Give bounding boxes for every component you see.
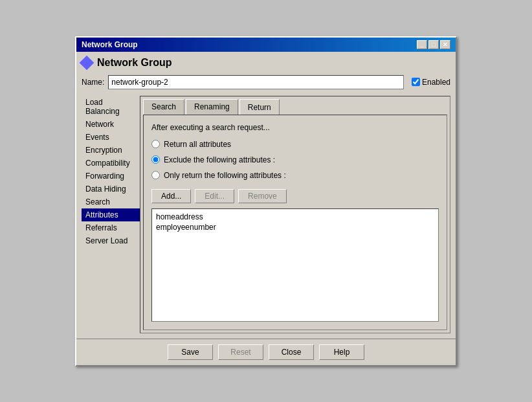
content-area: Search Renaming Return After executing a… [140, 96, 450, 333]
radio-group: Return all attributes Exclude the follow… [151, 140, 439, 180]
main-content: Load Balancing Network Events Encryption… [82, 96, 450, 333]
remove-button[interactable]: Remove [238, 189, 287, 203]
tab-content: After executing a search request... Retu… [143, 115, 447, 330]
radio-exclude-input[interactable] [151, 155, 160, 164]
sidebar-item-encryption[interactable]: Encryption [82, 144, 140, 157]
sidebar-item-search[interactable]: Search [82, 195, 140, 208]
title-bar: Network Group _ □ ✕ [76, 38, 456, 52]
radio-return-all[interactable]: Return all attributes [151, 140, 439, 149]
sidebar-item-network[interactable]: Network [82, 118, 140, 131]
sidebar-item-load-balancing[interactable]: Load Balancing [82, 96, 140, 118]
tabs: Search Renaming Return [140, 96, 450, 115]
page-title: Network Group [97, 57, 172, 69]
reset-button[interactable]: Reset [218, 344, 263, 360]
sidebar-item-events[interactable]: Events [82, 131, 140, 144]
sidebar-item-data-hiding[interactable]: Data Hiding [82, 183, 140, 195]
edit-button[interactable]: Edit... [195, 189, 234, 203]
list-item[interactable]: employeenumber [155, 222, 436, 232]
radio-only-return[interactable]: Only return the following attributes : [151, 171, 439, 180]
radio-return-all-input[interactable] [151, 140, 160, 148]
after-text: After executing a search request... [151, 123, 439, 132]
title-bar-controls: _ □ ✕ [417, 40, 450, 49]
enabled-text: Enabled [422, 78, 450, 87]
window-title: Network Group [82, 40, 138, 49]
radio-return-all-label: Return all attributes [164, 140, 231, 149]
tab-search[interactable]: Search [143, 99, 184, 115]
attributes-list: homeaddress employeenumber [151, 208, 439, 322]
enabled-label: Enabled [412, 78, 450, 87]
sidebar: Load Balancing Network Events Encryption… [82, 96, 140, 333]
minimize-button[interactable]: _ [417, 40, 427, 49]
radio-only-return-input[interactable] [151, 171, 160, 179]
maximize-button[interactable]: □ [428, 40, 439, 49]
name-row: Name: Enabled [82, 75, 450, 89]
page-header: Network Group [82, 57, 450, 69]
sidebar-item-compatibility[interactable]: Compatibility [82, 157, 140, 170]
name-label: Name: [82, 78, 104, 87]
radio-exclude[interactable]: Exclude the following attributes : [151, 155, 439, 164]
radio-only-return-label: Only return the following attributes : [164, 171, 286, 180]
help-button[interactable]: Help [319, 344, 364, 360]
tab-return[interactable]: Return [239, 99, 280, 115]
sidebar-item-referrals[interactable]: Referrals [82, 221, 140, 234]
enabled-checkbox[interactable] [412, 78, 420, 86]
sidebar-item-forwarding[interactable]: Forwarding [82, 170, 140, 183]
main-window: Network Group _ □ ✕ Network Group Name: … [75, 36, 457, 366]
sidebar-item-attributes[interactable]: Attributes [82, 208, 140, 221]
close-button-footer[interactable]: Close [269, 344, 314, 360]
close-button[interactable]: ✕ [440, 40, 450, 49]
name-input[interactable] [108, 75, 404, 89]
footer: Save Reset Close Help [76, 339, 456, 365]
diamond-icon [80, 55, 94, 70]
list-item[interactable]: homeaddress [155, 212, 436, 222]
sidebar-item-server-load[interactable]: Server Load [82, 234, 140, 247]
save-button[interactable]: Save [168, 344, 213, 360]
button-row: Add... Edit... Remove [151, 189, 439, 203]
radio-exclude-label: Exclude the following attributes : [164, 155, 275, 164]
tab-renaming[interactable]: Renaming [186, 99, 238, 115]
window-body: Network Group Name: Enabled Load Balanci… [76, 52, 456, 339]
add-button[interactable]: Add... [151, 189, 191, 203]
